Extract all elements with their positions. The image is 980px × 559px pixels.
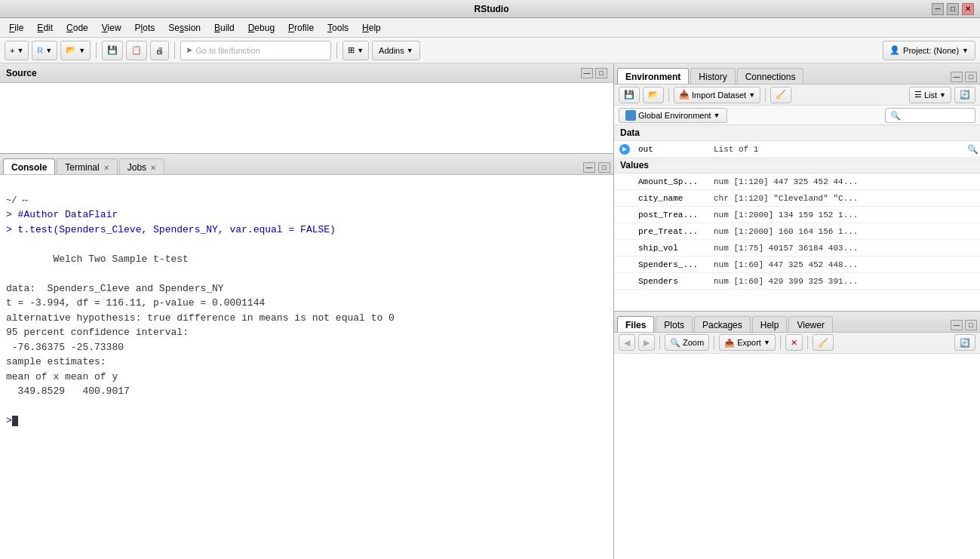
pre-treat-name: pre_Treat... (635, 227, 711, 236)
project-dropdown-icon: ▼ (45, 47, 52, 54)
open-file-button[interactable]: 📂 ▼ (60, 41, 91, 60)
tab-history[interactable]: History (690, 68, 735, 84)
menu-profile[interactable]: Profile (282, 21, 320, 35)
save-all-button[interactable]: 📋 (126, 41, 147, 60)
global-env-label: Global Environment (638, 111, 711, 120)
console-tab-bar: Console Terminal ✕ Jobs ✕ — □ (0, 154, 613, 175)
refresh-env-button[interactable]: 🔄 (954, 87, 975, 103)
load-workspace-button[interactable]: 📂 (643, 87, 664, 103)
goto-bar[interactable]: ➤ Go to file/function (180, 41, 331, 60)
env-search-input[interactable] (885, 108, 975, 123)
export-icon: 📤 (724, 338, 735, 348)
console-tabs: Console Terminal ✕ Jobs ✕ (3, 158, 164, 174)
source-panel-controls[interactable]: — □ (581, 68, 607, 78)
new-file-dropdown-icon: ▼ (17, 47, 23, 54)
out-name: out (635, 145, 711, 154)
tab-environment[interactable]: Environment (617, 68, 689, 84)
menu-debug[interactable]: Debug (242, 21, 281, 35)
console-code-2: t.test(Spenders_Cleve, Spenders_NY, var.… (12, 224, 336, 235)
zoom-icon: 🔍 (670, 338, 680, 348)
env-separator-1 (668, 88, 669, 102)
save-workspace-button[interactable]: 💾 (619, 87, 640, 103)
lower-tab-bar: Files Plots Packages Help Viewer (614, 312, 980, 333)
delete-plot-button[interactable]: ✕ (785, 334, 803, 351)
minimize-button[interactable]: ─ (932, 3, 944, 15)
tab-plots[interactable]: Plots (656, 316, 693, 332)
restore-button[interactable]: □ (947, 3, 959, 15)
jobs-close-icon[interactable]: ✕ (150, 164, 156, 172)
global-env-button[interactable]: Global Environment ▼ (619, 108, 727, 123)
menu-help[interactable]: Help (356, 21, 387, 35)
back-button[interactable]: ◀ (619, 334, 635, 351)
folder-icon: 📂 (66, 45, 76, 55)
forward-button[interactable]: ▶ (638, 334, 655, 351)
env-panel-controls[interactable]: — □ (951, 72, 977, 84)
lower-content (614, 354, 980, 560)
project-button[interactable]: 👤 Project: (None) ▼ (883, 41, 975, 60)
lower-maximize-button[interactable]: □ (965, 320, 977, 330)
console-tab-right-controls[interactable]: — □ (583, 162, 610, 174)
env-toolbar: 💾 📂 📥 Import Dataset ▼ 🧹 ☰ (614, 84, 980, 106)
save-button[interactable]: 💾 (102, 41, 123, 60)
terminal-close-icon[interactable]: ✕ (103, 164, 109, 172)
refresh-icon: 🔄 (960, 90, 970, 100)
tab-files[interactable]: Files (617, 316, 654, 332)
env-separator-2 (765, 88, 766, 102)
save-all-icon: 📋 (131, 45, 142, 55)
new-file-button[interactable]: + ▼ (5, 41, 29, 60)
data-row-out[interactable]: ▶ out List of 1 🔍 (614, 141, 980, 158)
clear-console-button[interactable]: 🧹 (770, 87, 791, 103)
menu-tools[interactable]: Tools (321, 21, 355, 35)
tab-viewer[interactable]: Viewer (788, 316, 832, 332)
files-tab-label: Files (625, 320, 646, 330)
jobs-tab-label: Jobs (127, 162, 146, 173)
menu-code[interactable]: Code (60, 21, 94, 35)
addins-button[interactable]: Addins ▼ (372, 41, 420, 60)
out-arrow-icon: ▶ (619, 144, 630, 155)
goto-arrow-icon: ➤ (186, 45, 192, 55)
menu-session[interactable]: Session (162, 21, 207, 35)
toolbar-separator-3 (336, 42, 337, 59)
console-content[interactable]: ~/ ↔ > #Author DataFlair > t.test(Spende… (0, 175, 613, 559)
tab-connections[interactable]: Connections (737, 68, 804, 84)
menu-build[interactable]: Build (208, 21, 241, 35)
spenders-value: num [1:60] 429 399 325 391... (711, 277, 980, 286)
menu-view[interactable]: View (96, 21, 127, 35)
env-minimize-button[interactable]: — (951, 72, 963, 82)
menu-file[interactable]: File (3, 21, 29, 35)
tab-jobs[interactable]: Jobs ✕ (119, 158, 164, 174)
layout-button[interactable]: ⊞ ▼ (343, 41, 369, 60)
new-file-icon: + (10, 46, 14, 55)
close-button[interactable]: ✕ (962, 3, 974, 15)
layout-icon: ⊞ (348, 45, 355, 55)
data-row-pre-treat: pre_Treat... num [1:2000] 160 164 156 1.… (614, 223, 980, 240)
source-maximize-button[interactable]: □ (595, 68, 607, 78)
console-final-prompt: > (6, 415, 12, 426)
print-button[interactable]: 🖨 (150, 41, 169, 60)
menu-edit[interactable]: Edit (31, 21, 59, 35)
refresh-lower-button[interactable]: 🔄 (954, 334, 975, 351)
clear-plots-button[interactable]: 🧹 (813, 334, 834, 351)
source-minimize-button[interactable]: — (581, 68, 593, 78)
out-view-button[interactable]: 🔍 (965, 144, 980, 155)
tab-console[interactable]: Console (3, 158, 55, 174)
tab-packages[interactable]: Packages (694, 316, 751, 332)
console-maximize-button[interactable]: □ (598, 162, 610, 173)
console-minimize-button[interactable]: — (583, 162, 595, 173)
zoom-button[interactable]: 🔍 Zoom (665, 334, 709, 351)
list-view-button[interactable]: ☰ List ▼ (909, 87, 951, 103)
env-maximize-button[interactable]: □ (965, 72, 977, 82)
open-project-button[interactable]: R ▼ (32, 41, 57, 60)
lower-panel-controls[interactable]: — □ (951, 320, 977, 332)
tab-terminal[interactable]: Terminal ✕ (57, 158, 117, 174)
export-dropdown-icon: ▼ (763, 339, 770, 346)
data-row-spenders-cleve: Spenders_... num [1:60] 447 325 452 448.… (614, 256, 980, 273)
forward-icon: ▶ (644, 338, 650, 348)
import-dataset-button[interactable]: 📥 Import Dataset ▼ (674, 87, 760, 103)
titlebar-controls[interactable]: ─ □ ✕ (932, 3, 974, 15)
source-panel-header: Source — □ (0, 63, 613, 83)
lower-minimize-button[interactable]: — (951, 320, 963, 330)
export-button[interactable]: 📤 Export ▼ (719, 334, 776, 351)
menu-plots[interactable]: Plots (129, 21, 161, 35)
tab-help[interactable]: Help (752, 316, 788, 332)
